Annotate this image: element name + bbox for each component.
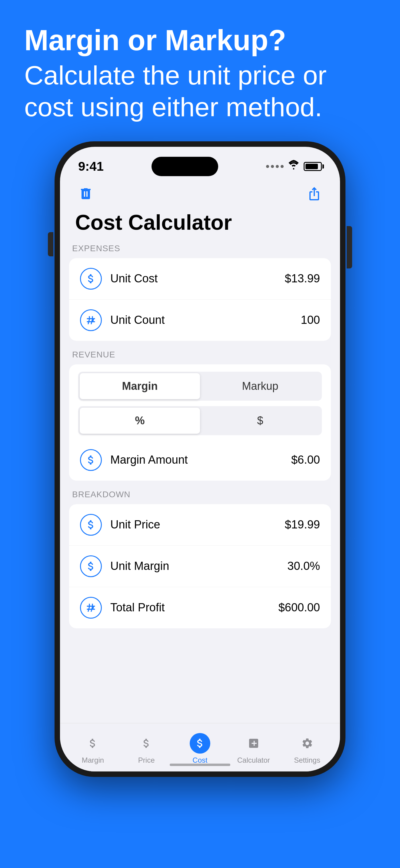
tab-price-icon-wrap bbox=[136, 733, 157, 753]
total-profit-icon bbox=[80, 597, 102, 619]
unit-count-value: 100 bbox=[301, 314, 320, 327]
margin-tab[interactable]: Margin bbox=[80, 373, 200, 399]
signal-dot-2 bbox=[271, 165, 274, 168]
settings-icon bbox=[301, 737, 313, 749]
unit-cost-label: Unit Cost bbox=[110, 272, 285, 285]
status-time: 9:41 bbox=[78, 159, 104, 174]
hero-section: Margin or Markup? Calculate the unit pri… bbox=[0, 0, 400, 141]
hash-icon-2 bbox=[85, 602, 97, 614]
status-icons bbox=[266, 159, 322, 174]
status-bar: 9:41 bbox=[60, 147, 340, 177]
signal-dots bbox=[266, 165, 284, 168]
hero-subtitle: Calculate the unit price or cost using e… bbox=[24, 59, 376, 123]
tab-calculator[interactable]: Calculator bbox=[227, 733, 280, 765]
tab-margin-icon-wrap bbox=[82, 733, 103, 753]
hash-icon bbox=[85, 314, 97, 326]
price-icon bbox=[140, 737, 152, 749]
revenue-label: REVENUE bbox=[69, 350, 331, 360]
expenses-card: Unit Cost $13.99 Unit Count 100 bbox=[69, 258, 331, 341]
margin-markup-segment[interactable]: Margin Markup bbox=[78, 372, 322, 401]
phone-screen: 9:41 bbox=[60, 147, 340, 771]
margin-amount-label: Margin Amount bbox=[110, 453, 291, 466]
unit-margin-row[interactable]: Unit Margin 30.0% bbox=[69, 546, 331, 587]
revenue-section: REVENUE Margin Markup % $ bbox=[69, 350, 331, 480]
unit-price-row[interactable]: Unit Price $19.99 bbox=[69, 504, 331, 546]
breakdown-section: BREAKDOWN Unit Price $19.99 bbox=[69, 490, 331, 628]
total-profit-value: $600.00 bbox=[279, 601, 320, 614]
signal-dot-4 bbox=[281, 165, 284, 168]
signal-dot-3 bbox=[276, 165, 279, 168]
revenue-card: Margin Markup % $ Margin Amount $ bbox=[69, 364, 331, 480]
tab-cost-icon-wrap bbox=[190, 733, 210, 753]
tab-margin-label: Margin bbox=[82, 756, 104, 765]
margin-icon bbox=[87, 737, 99, 749]
breakdown-label: BREAKDOWN bbox=[69, 490, 331, 499]
percent-tab[interactable]: % bbox=[80, 408, 200, 434]
page-title: Cost Calculator bbox=[60, 207, 340, 244]
trash-button[interactable] bbox=[75, 183, 96, 204]
tab-cost[interactable]: Cost bbox=[173, 733, 227, 765]
unit-price-value: $19.99 bbox=[285, 518, 320, 531]
share-icon bbox=[307, 186, 321, 201]
signal-dot-1 bbox=[266, 165, 269, 168]
cost-icon bbox=[194, 737, 206, 749]
calculator-icon bbox=[248, 737, 260, 749]
tab-margin[interactable]: Margin bbox=[66, 733, 120, 765]
dollar-icon-3 bbox=[85, 560, 97, 572]
dollar-icon bbox=[85, 273, 97, 285]
share-button[interactable] bbox=[304, 183, 325, 204]
wifi-icon bbox=[288, 159, 299, 174]
unit-price-label: Unit Price bbox=[110, 518, 285, 531]
toolbar bbox=[60, 177, 340, 207]
unit-count-icon bbox=[80, 309, 102, 331]
unit-margin-value: 30.0% bbox=[287, 560, 320, 572]
phone-frame: 9:41 bbox=[55, 141, 345, 777]
trash-icon bbox=[79, 186, 93, 201]
tab-price[interactable]: Price bbox=[120, 733, 173, 765]
margin-amount-icon bbox=[80, 449, 102, 471]
tab-calculator-label: Calculator bbox=[237, 756, 270, 765]
total-profit-row[interactable]: Total Profit $600.00 bbox=[69, 587, 331, 628]
unit-margin-label: Unit Margin bbox=[110, 560, 287, 572]
hero-title: Margin or Markup? bbox=[24, 24, 376, 56]
tab-settings[interactable]: Settings bbox=[280, 733, 334, 765]
dollar-circle-icon bbox=[85, 454, 97, 466]
margin-amount-value: $6.00 bbox=[291, 453, 320, 466]
dollar-icon-2 bbox=[85, 519, 97, 531]
home-indicator bbox=[170, 764, 230, 766]
unit-cost-value: $13.99 bbox=[285, 272, 320, 285]
expenses-section: EXPENSES Unit Cost $13.99 bbox=[69, 244, 331, 341]
tab-calculator-icon-wrap bbox=[243, 733, 264, 753]
unit-count-label: Unit Count bbox=[110, 314, 301, 327]
expenses-label: EXPENSES bbox=[69, 244, 331, 253]
unit-count-row[interactable]: Unit Count 100 bbox=[69, 300, 331, 341]
total-profit-label: Total Profit bbox=[110, 601, 279, 614]
unit-cost-row[interactable]: Unit Cost $13.99 bbox=[69, 258, 331, 300]
dynamic-island bbox=[151, 157, 218, 176]
breakdown-card: Unit Price $19.99 Unit Margin 30.0% bbox=[69, 504, 331, 628]
unit-cost-icon bbox=[80, 268, 102, 290]
markup-tab[interactable]: Markup bbox=[200, 373, 320, 399]
unit-price-icon bbox=[80, 514, 102, 536]
margin-amount-row[interactable]: Margin Amount $6.00 bbox=[78, 441, 322, 480]
tab-settings-icon-wrap bbox=[297, 733, 318, 753]
tab-price-label: Price bbox=[138, 756, 155, 765]
tab-settings-label: Settings bbox=[294, 756, 320, 765]
battery-icon bbox=[304, 162, 322, 171]
unit-margin-icon bbox=[80, 555, 102, 577]
battery-fill bbox=[306, 164, 318, 169]
dollar-tab[interactable]: $ bbox=[200, 408, 320, 434]
percent-dollar-segment[interactable]: % $ bbox=[78, 406, 322, 435]
